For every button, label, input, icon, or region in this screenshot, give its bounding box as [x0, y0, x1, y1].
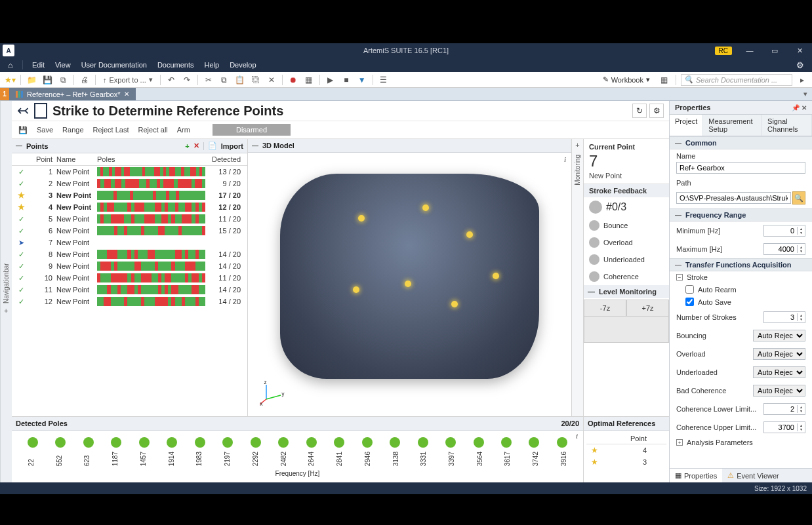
points-row[interactable]: ✓6New Point15 / 20: [12, 225, 247, 237]
workbook-button[interactable]: ✎ Workbook ▾: [599, 75, 654, 84]
num-strokes-input[interactable]: [764, 313, 797, 321]
coh-upper-input[interactable]: [764, 423, 797, 431]
pole-dot[interactable]: [390, 437, 400, 448]
collapse-icon[interactable]: —: [675, 262, 681, 269]
menu-view[interactable]: View: [50, 61, 76, 69]
grid-icon[interactable]: ▦: [302, 73, 316, 87]
print-icon[interactable]: 🖨: [77, 73, 92, 87]
home-icon[interactable]: ⌂: [3, 60, 18, 70]
pole-dot[interactable]: [501, 437, 512, 448]
nav-expand-icon[interactable]: +: [5, 307, 9, 315]
pole-dot[interactable]: [167, 437, 177, 448]
pole-dot[interactable]: [83, 437, 94, 448]
redo-icon[interactable]: ↷: [180, 73, 194, 87]
points-row[interactable]: ✓5New Point11 / 20: [12, 213, 247, 225]
overload-select[interactable]: Auto Reject: [753, 348, 805, 360]
project-name-input[interactable]: [676, 162, 805, 174]
coh-lower-input[interactable]: [764, 405, 797, 413]
pole-dot[interactable]: [334, 437, 344, 448]
arm-action[interactable]: Arm: [177, 126, 190, 134]
points-row[interactable]: ✓1New Point13 / 20: [12, 166, 247, 178]
monitoring-sidebar[interactable]: + Monitoring: [572, 139, 584, 416]
tab-project[interactable]: Project: [670, 115, 703, 136]
points-row[interactable]: ➤7New Point: [12, 237, 247, 248]
pole-dot[interactable]: [474, 437, 484, 448]
stop-icon[interactable]: ■: [339, 73, 354, 87]
save-all-icon[interactable]: ⧉: [56, 73, 70, 87]
pole-dot[interactable]: [28, 437, 38, 448]
pole-dot[interactable]: [362, 437, 373, 448]
freq-max-input[interactable]: [764, 245, 797, 253]
add-point-button[interactable]: +: [185, 142, 189, 150]
points-row[interactable]: ✓8New Point14 / 20: [12, 248, 247, 260]
open-folder-icon[interactable]: 📁: [24, 73, 39, 87]
tab-dropdown-icon[interactable]: ▾: [799, 88, 812, 100]
maximize-button[interactable]: ▭: [762, 43, 787, 58]
collapse-icon[interactable]: —: [675, 212, 681, 219]
cut-icon[interactable]: ✂: [201, 73, 216, 87]
pole-dot[interactable]: [278, 437, 289, 448]
optref-row[interactable]: ★3: [586, 456, 666, 468]
refresh-button[interactable]: ↻: [632, 104, 647, 118]
copy-icon[interactable]: ⧉: [217, 73, 232, 87]
tab-signal-channels[interactable]: Signal Channels: [762, 115, 812, 136]
info-icon[interactable]: i: [576, 432, 578, 440]
project-path-input[interactable]: [676, 192, 791, 204]
pole-dot[interactable]: [306, 437, 317, 448]
remove-point-button[interactable]: ✕: [193, 142, 199, 150]
tab-close-icon[interactable]: ✕: [124, 90, 129, 98]
undo-icon[interactable]: ↶: [164, 73, 178, 87]
points-row[interactable]: ★3New Point17 / 20: [12, 189, 247, 201]
model-viewport[interactable]: i z y: [248, 153, 571, 416]
menu-edit[interactable]: Edit: [27, 61, 50, 69]
save-icon[interactable]: 💾: [40, 73, 54, 87]
pole-dot[interactable]: [222, 437, 233, 448]
menu-user-documentation[interactable]: User Documentation: [76, 61, 152, 69]
paste-icon[interactable]: 📋: [233, 73, 247, 87]
import-icon[interactable]: 📄: [208, 142, 217, 150]
document-tab[interactable]: Reference+ – Ref+ Gearbox* ✕: [9, 88, 136, 100]
menu-documents[interactable]: Documents: [152, 61, 199, 69]
pole-dot[interactable]: [111, 437, 121, 448]
points-row[interactable]: ★4New Point12 / 20: [12, 201, 247, 213]
save-icon-small[interactable]: 💾: [18, 126, 28, 134]
duplicate-icon[interactable]: ⿻: [249, 73, 263, 87]
export-button[interactable]: ↑ Export to ... ▾: [99, 73, 157, 87]
layout-icon[interactable]: ☰: [376, 73, 391, 87]
navigation-sidebar[interactable]: + Navigationbar: [0, 101, 12, 482]
footer-tab-properties[interactable]: ▦ Properties: [670, 469, 722, 482]
reject-all-action[interactable]: Reject all: [138, 126, 168, 134]
collapse-icon[interactable]: —: [675, 140, 681, 147]
points-row[interactable]: ✓11New Point14 / 20: [12, 284, 247, 296]
minimize-button[interactable]: —: [737, 43, 762, 58]
points-row[interactable]: ✓10New Point11 / 20: [12, 272, 247, 284]
save-action[interactable]: Save: [37, 126, 53, 134]
reject-last-action[interactable]: Reject Last: [93, 126, 129, 134]
expand-stroke[interactable]: −: [676, 274, 683, 281]
collapse-icon[interactable]: —: [16, 142, 22, 149]
pole-dot[interactable]: [139, 437, 150, 448]
range-action[interactable]: Range: [62, 126, 83, 134]
freq-min-input[interactable]: [764, 227, 797, 235]
back-icon[interactable]: ↢: [17, 102, 29, 119]
bad-coherence-select[interactable]: Auto Reject: [753, 385, 805, 397]
close-button[interactable]: ✕: [787, 43, 812, 58]
delete-icon[interactable]: ✕: [264, 73, 279, 87]
tab-measurement-setup[interactable]: Measurement Setup: [703, 115, 762, 136]
underloaded-select[interactable]: Auto Reject: [753, 366, 805, 378]
star-icon[interactable]: ★▾: [3, 73, 17, 87]
menu-develop[interactable]: Develop: [224, 61, 261, 69]
points-row[interactable]: ✓2New Point9 / 20: [12, 178, 247, 189]
play-icon[interactable]: ▶: [323, 73, 338, 87]
panel-icon[interactable]: ▦: [657, 73, 671, 87]
settings-button[interactable]: ⚙: [649, 104, 664, 118]
import-button[interactable]: Import: [221, 142, 243, 150]
pole-dot[interactable]: [445, 437, 456, 448]
pin-icon[interactable]: 📌 ✕: [792, 104, 807, 111]
pole-dot[interactable]: [251, 437, 261, 448]
points-row[interactable]: ✓9New Point14 / 20: [12, 260, 247, 272]
pole-dot[interactable]: [418, 437, 428, 448]
optref-row[interactable]: ★4: [586, 444, 666, 456]
pole-dot[interactable]: [529, 437, 539, 448]
bouncing-select[interactable]: Auto Reject: [753, 330, 805, 341]
